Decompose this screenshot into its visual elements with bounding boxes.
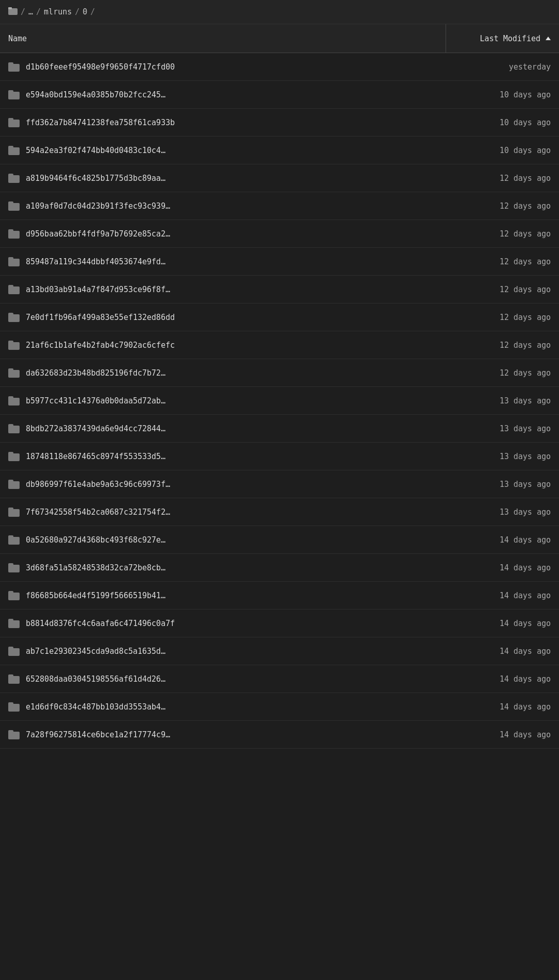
folder-icon	[8, 647, 20, 656]
breadcrumb-sep2: /	[36, 7, 41, 16]
row-name-cell: b8814d8376fc4c6aafa6c471496c0a7f	[0, 619, 446, 628]
row-name-text: db986997f61e4abe9a63c96c69973f…	[26, 480, 170, 489]
row-modified-cell: 10 days ago	[446, 118, 559, 127]
table-row[interactable]: 3d68fa51a58248538d32ca72be8cb… 14 days a…	[0, 554, 559, 582]
row-name-text: b5977cc431c14376a0b0daa5d72ab…	[26, 396, 166, 405]
table-row[interactable]: 7f67342558f54b2ca0687c321754f2… 13 days …	[0, 498, 559, 526]
folder-icon	[8, 619, 20, 628]
row-name-cell: ab7c1e29302345cda9ad8c5a1635d…	[0, 647, 446, 656]
row-name-text: 7a28f96275814ce6bce1a2f17774c9…	[26, 730, 170, 739]
row-modified-cell: 12 days ago	[446, 174, 559, 183]
row-name-cell: 18748118e867465c8974f553533d5…	[0, 452, 446, 461]
folder-icon	[8, 229, 20, 239]
folder-icon	[8, 285, 20, 294]
table-body: d1b60feeef95498e9f9650f4717cfd00 yesterd…	[0, 53, 559, 749]
breadcrumb-0[interactable]: 0	[83, 7, 87, 16]
file-table: Name Last Modified d1b60feeef95498e9f965…	[0, 24, 559, 749]
folder-icon	[8, 396, 20, 405]
folder-icon	[8, 118, 20, 127]
row-name-text: 652808daa03045198556af61d4d26…	[26, 674, 166, 684]
row-name-cell: 652808daa03045198556af61d4d26…	[0, 674, 446, 684]
table-row[interactable]: d1b60feeef95498e9f9650f4717cfd00 yesterd…	[0, 53, 559, 81]
table-row[interactable]: f86685b664ed4f5199f5666519b41… 14 days a…	[0, 582, 559, 610]
table-row[interactable]: 7a28f96275814ce6bce1a2f17774c9… 14 days …	[0, 721, 559, 749]
table-row[interactable]: 21af6c1b1afe4b2fab4c7902ac6cfefc 12 days…	[0, 331, 559, 359]
table-header: Name Last Modified	[0, 24, 559, 53]
breadcrumb-sep3: /	[75, 7, 79, 16]
header-name[interactable]: Name	[0, 24, 446, 53]
row-name-cell: db986997f61e4abe9a63c96c69973f…	[0, 480, 446, 489]
row-modified-cell: yesterday	[446, 62, 559, 72]
row-modified-cell: 14 days ago	[446, 647, 559, 656]
row-name-text: 7f67342558f54b2ca0687c321754f2…	[26, 508, 170, 517]
row-modified-cell: 14 days ago	[446, 535, 559, 545]
row-name-cell: 594a2ea3f02f474bb40d0483c10c4…	[0, 146, 446, 155]
table-row[interactable]: 7e0df1fb96af499a83e55ef132ed86dd 12 days…	[0, 303, 559, 331]
breadcrumb-sep: /	[21, 7, 25, 16]
row-modified-cell: 13 days ago	[446, 396, 559, 405]
table-row[interactable]: a13bd03ab91a4a7f847d953ce96f8f… 12 days …	[0, 276, 559, 303]
row-name-text: ffd362a7b84741238fea758f61ca933b	[26, 118, 175, 127]
folder-icon	[8, 535, 20, 545]
row-name-text: 8bdb272a3837439da6e9d4cc72844…	[26, 424, 166, 433]
header-modified[interactable]: Last Modified	[446, 24, 559, 53]
table-row[interactable]: 594a2ea3f02f474bb40d0483c10c4… 10 days a…	[0, 137, 559, 164]
row-modified-cell: 12 days ago	[446, 285, 559, 294]
row-name-text: a109af0d7dc04d23b91f3fec93c939…	[26, 201, 170, 211]
table-row[interactable]: a819b9464f6c4825b1775d3bc89aa… 12 days a…	[0, 164, 559, 192]
row-name-cell: a13bd03ab91a4a7f847d953ce96f8f…	[0, 285, 446, 294]
row-name-text: e594a0bd159e4a0385b70b2fcc245…	[26, 90, 166, 99]
row-name-cell: 7e0df1fb96af499a83e55ef132ed86dd	[0, 313, 446, 322]
sort-arrow-icon	[546, 37, 551, 40]
folder-icon	[8, 90, 20, 99]
row-name-text: d1b60feeef95498e9f9650f4717cfd00	[26, 62, 175, 72]
row-name-text: da632683d23b48bd825196fdc7b72…	[26, 368, 166, 378]
row-name-cell: 7f67342558f54b2ca0687c321754f2…	[0, 508, 446, 517]
table-row[interactable]: d956baa62bbf4fdf9a7b7692e85ca2… 12 days …	[0, 220, 559, 248]
row-name-cell: a109af0d7dc04d23b91f3fec93c939…	[0, 201, 446, 211]
folder-icon	[8, 174, 20, 183]
row-name-cell: e1d6df0c834c487bb103dd3553ab4…	[0, 702, 446, 712]
folder-icon	[8, 508, 20, 517]
row-name-text: 21af6c1b1afe4b2fab4c7902ac6cfefc	[26, 341, 175, 350]
table-row[interactable]: e1d6df0c834c487bb103dd3553ab4… 14 days a…	[0, 693, 559, 721]
table-row[interactable]: 859487a119c344dbbf4053674e9fd… 12 days a…	[0, 248, 559, 276]
row-name-cell: 7a28f96275814ce6bce1a2f17774c9…	[0, 730, 446, 739]
breadcrumb-ellipsis[interactable]: …	[28, 7, 33, 16]
row-modified-cell: 13 days ago	[446, 508, 559, 517]
row-modified-cell: 14 days ago	[446, 591, 559, 600]
folder-icon	[8, 368, 20, 378]
folder-icon	[8, 313, 20, 322]
row-name-text: 859487a119c344dbbf4053674e9fd…	[26, 257, 166, 266]
row-name-text: ab7c1e29302345cda9ad8c5a1635d…	[26, 647, 166, 656]
svg-rect-2	[8, 7, 12, 9]
row-name-cell: 3d68fa51a58248538d32ca72be8cb…	[0, 563, 446, 572]
table-row[interactable]: 8bdb272a3837439da6e9d4cc72844… 13 days a…	[0, 415, 559, 443]
row-name-cell: ffd362a7b84741238fea758f61ca933b	[0, 118, 446, 127]
row-modified-cell: 10 days ago	[446, 146, 559, 155]
row-modified-cell: 14 days ago	[446, 730, 559, 739]
breadcrumb-mlruns[interactable]: mlruns	[44, 7, 72, 16]
table-row[interactable]: db986997f61e4abe9a63c96c69973f… 13 days …	[0, 470, 559, 498]
breadcrumb: / … / mlruns / 0 /	[0, 0, 559, 24]
table-row[interactable]: b8814d8376fc4c6aafa6c471496c0a7f 14 days…	[0, 610, 559, 637]
table-row[interactable]: 652808daa03045198556af61d4d26… 14 days a…	[0, 665, 559, 693]
table-row[interactable]: e594a0bd159e4a0385b70b2fcc245… 10 days a…	[0, 81, 559, 109]
folder-icon	[8, 62, 20, 72]
folder-icon	[8, 424, 20, 433]
row-modified-cell: 14 days ago	[446, 563, 559, 572]
table-row[interactable]: a109af0d7dc04d23b91f3fec93c939… 12 days …	[0, 192, 559, 220]
row-name-cell: 0a52680a927d4368bc493f68c927e…	[0, 535, 446, 545]
table-row[interactable]: ffd362a7b84741238fea758f61ca933b 10 days…	[0, 109, 559, 137]
table-row[interactable]: ab7c1e29302345cda9ad8c5a1635d… 14 days a…	[0, 637, 559, 665]
row-modified-cell: 12 days ago	[446, 229, 559, 239]
table-row[interactable]: 0a52680a927d4368bc493f68c927e… 14 days a…	[0, 526, 559, 554]
row-modified-cell: 10 days ago	[446, 90, 559, 99]
table-row[interactable]: 18748118e867465c8974f553533d5… 13 days a…	[0, 443, 559, 470]
folder-icon	[8, 480, 20, 489]
table-row[interactable]: da632683d23b48bd825196fdc7b72… 12 days a…	[0, 359, 559, 387]
row-modified-cell: 13 days ago	[446, 452, 559, 461]
table-row[interactable]: b5977cc431c14376a0b0daa5d72ab… 13 days a…	[0, 387, 559, 415]
folder-icon	[8, 146, 20, 155]
row-modified-cell: 12 days ago	[446, 341, 559, 350]
